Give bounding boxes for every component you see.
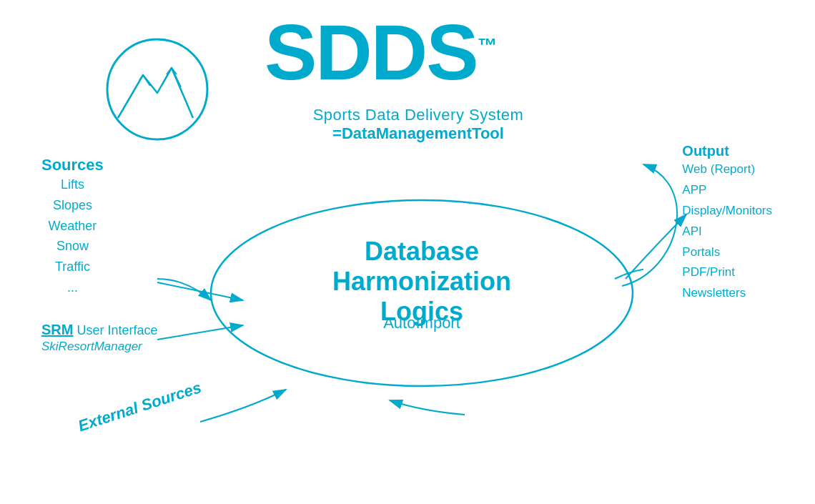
external-prefix: External <box>76 399 140 435</box>
srm-block: SRM User Interface SkiResortManager <box>41 322 158 354</box>
sources-title: Sources <box>41 156 104 174</box>
output-list: Web (Report) APP Display/Monitors API Po… <box>682 159 772 304</box>
source-snow: Snow <box>41 236 104 257</box>
sources-list: Lifts Slopes Weather Snow Traffic ... <box>41 174 104 298</box>
mountain-logo <box>104 36 211 143</box>
output-title: Output <box>682 143 772 159</box>
main-container: SDDS™ Sports Data Delivery System =DataM… <box>0 0 815 504</box>
ski-resort-manager: SkiResortManager <box>41 340 158 354</box>
center-ellipse: Database Harmonization Logics AutoImport <box>200 164 643 393</box>
source-slopes: Slopes <box>41 195 104 216</box>
sdds-subtitle: Sports Data Delivery System =DataManagem… <box>265 106 572 143</box>
output-api: API <box>682 222 772 242</box>
autoimport-label: AutoImport <box>383 314 460 332</box>
source-more: ... <box>41 277 104 298</box>
subtitle-line1: Sports Data Delivery System <box>265 106 572 124</box>
external-suffix: Sources <box>139 378 203 415</box>
output-newsletters: Newsletters <box>682 283 772 304</box>
external-sources-label: External Sources <box>76 378 204 435</box>
sdds-title: SDDS™ <box>265 13 496 92</box>
srm-line1: SRM User Interface <box>41 322 158 338</box>
sdds-tm: ™ <box>478 34 496 56</box>
output-block: Output Web (Report) APP Display/Monitors… <box>682 143 772 304</box>
output-pdf: PDF/Print <box>682 262 772 283</box>
srm-bold: SRM <box>41 322 73 337</box>
sdds-title-text: SDDS <box>265 8 478 96</box>
srm-ui: User Interface <box>73 323 157 337</box>
output-web: Web (Report) <box>682 159 772 180</box>
source-lifts: Lifts <box>41 174 104 195</box>
output-app: APP <box>682 180 772 201</box>
source-traffic: Traffic <box>41 257 104 277</box>
db-line2: Harmonization <box>332 267 511 297</box>
subtitle-line2: =DataManagementTool <box>265 124 572 143</box>
db-line1: Database <box>332 236 511 267</box>
output-display: Display/Monitors <box>682 201 772 222</box>
svg-point-0 <box>107 39 207 139</box>
output-portals: Portals <box>682 242 772 263</box>
sources-block: Sources Lifts Slopes Weather Snow Traffi… <box>41 156 104 298</box>
source-weather: Weather <box>41 216 104 237</box>
